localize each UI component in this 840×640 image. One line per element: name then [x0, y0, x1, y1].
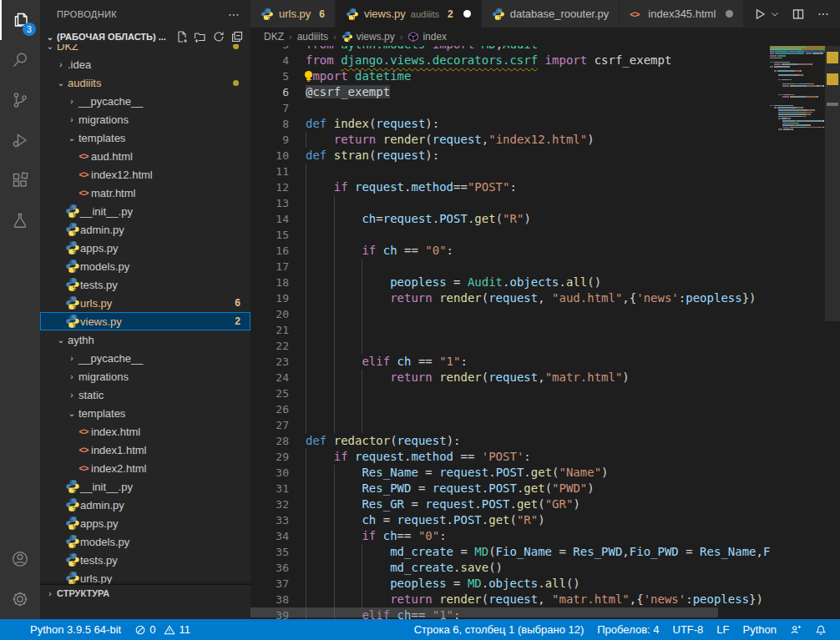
tree-item-admin-py[interactable]: admin.py — [40, 220, 250, 239]
status-cursor-position[interactable]: Строка 6, столбец 1 (выбрано 12) — [407, 619, 591, 640]
code-text: @csrf_exempt — [306, 84, 390, 100]
code-text: if ch == "0": — [306, 243, 453, 259]
status-feedback[interactable] — [783, 619, 808, 640]
tree-item-matr-html[interactable]: <>matr.html — [40, 184, 250, 202]
refresh-icon[interactable] — [212, 30, 225, 43]
tree-item-tests-py[interactable]: tests.py — [40, 551, 250, 569]
tree-item-index-html[interactable]: <>index.html — [40, 422, 250, 441]
status-notifications[interactable] — [808, 619, 833, 640]
outline-section-header[interactable]: › СТРУКТУРА — [40, 584, 250, 602]
code-line-6: 6@csrf_exempt — [250, 84, 770, 100]
tree-item-audiiits[interactable]: ⌄audiiits — [40, 73, 250, 92]
dirty-dot-icon[interactable] — [726, 10, 733, 18]
tree-item-templates[interactable]: ⌄templates — [40, 404, 250, 422]
code-text: peopless = Audit.objects.all() — [306, 275, 601, 290]
new-file-icon[interactable] — [175, 30, 189, 43]
tree-item-aud-html[interactable]: <>aud.html — [40, 147, 250, 165]
tree-item--pycache-[interactable]: ›__pycache__ — [40, 92, 250, 110]
tree-item-label: index.html — [91, 426, 140, 438]
line-number: 4 — [250, 53, 289, 68]
code-editor[interactable]: 3from aythh.models import MD,Audit4from … — [250, 46, 770, 619]
code-text: if request.method == 'POST': — [306, 449, 531, 465]
tab-bar: urls.py6views.pyaudiiits2database_rooute… — [250, 0, 840, 28]
status-problems[interactable]: 011 — [128, 619, 197, 640]
tree-item-aythh[interactable]: ⌄aythh — [40, 330, 250, 349]
line-number: 26 — [250, 401, 289, 417]
status-encoding[interactable]: UTF-8 — [666, 619, 711, 640]
tree-item-tests-py[interactable]: tests.py — [40, 275, 250, 294]
code-text: Res_Name = request.POST.get("Name") — [306, 465, 609, 481]
activity-extensions-button[interactable] — [0, 160, 40, 200]
run-python-file-button[interactable] — [753, 8, 767, 21]
line-number: 5 — [250, 68, 289, 84]
tab-index345-html[interactable]: <>index345.html — [620, 0, 744, 28]
sidebar-more-actions-icon[interactable]: ⋯ — [228, 8, 240, 21]
python-file-icon — [65, 552, 80, 567]
tree-item-dkz[interactable]: ⌄DKZ — [40, 44, 250, 55]
breadcrumb-item-dkz[interactable]: DKZ — [264, 31, 284, 43]
activity-scm-button[interactable] — [0, 80, 40, 120]
collapse-all-icon[interactable] — [230, 30, 244, 43]
chevron-right-icon: › — [65, 354, 78, 363]
new-folder-icon[interactable] — [194, 30, 207, 43]
overview-ruler[interactable] — [825, 28, 840, 619]
lightbulb-icon[interactable] — [303, 70, 314, 87]
minimap[interactable] — [770, 46, 825, 619]
tree-item-models-py[interactable]: models.py — [40, 257, 250, 275]
line-number: 9 — [250, 132, 289, 148]
activity-settings-button[interactable] — [0, 579, 40, 619]
status-indentation[interactable]: Пробелов: 4 — [590, 619, 665, 640]
line-number: 32 — [250, 496, 289, 512]
code-line-12: 12 if request.method=="POST": — [250, 179, 770, 195]
tab-urls-py[interactable]: urls.py6 — [250, 0, 336, 28]
tree-item-migrations[interactable]: ›migrations — [40, 110, 250, 129]
split-editor-button[interactable] — [792, 8, 805, 21]
tab-views-py[interactable]: views.pyaudiiits2 — [336, 0, 482, 28]
tree-item-index12-html[interactable]: <>index12.html — [40, 165, 250, 184]
breadcrumb-item-audiiits[interactable]: audiiits — [297, 31, 328, 43]
tree-item-templates[interactable]: ⌄templates — [40, 129, 250, 147]
activity-debug-button[interactable] — [0, 120, 40, 160]
python-file-icon — [65, 222, 80, 237]
indent-guide — [334, 195, 335, 211]
run-dropdown-button[interactable] — [770, 9, 780, 19]
status-language-mode[interactable]: Python — [736, 619, 783, 640]
python-file-icon — [261, 8, 274, 21]
tree-item--init-py[interactable]: __init__.py — [40, 477, 250, 496]
horizontal-scrollbar[interactable] — [250, 607, 770, 617]
activity-bar: 3 — [0, 0, 40, 619]
more-actions-button[interactable] — [817, 8, 830, 21]
testing-icon — [10, 210, 30, 230]
tree-item-label: templates — [78, 132, 125, 144]
ruler-mark — [827, 52, 838, 63]
breadcrumb-item-views-py[interactable]: views.py — [342, 31, 395, 43]
tree-item-index2-html[interactable]: <>index2.html — [40, 459, 250, 477]
activity-account-button[interactable] — [0, 539, 40, 579]
tree-item-urls-py[interactable]: urls.py6 — [40, 294, 250, 312]
line-number: 37 — [250, 576, 289, 592]
tree-item-apps-py[interactable]: apps.py — [40, 239, 250, 257]
tree-item--init-py[interactable]: __init__.py — [40, 202, 250, 220]
tree-item--pycache-[interactable]: ›__pycache__ — [40, 349, 250, 367]
tree-item-admin-py[interactable]: admin.py — [40, 496, 250, 514]
chevron-down-icon: ⌄ — [54, 78, 68, 88]
tree-item-models-py[interactable]: models.py — [40, 532, 250, 551]
activity-explorer-button[interactable]: 3 — [0, 0, 40, 40]
tree-item-label: admin.py — [80, 224, 124, 236]
tab-database-roouter-py[interactable]: database_roouter.py — [482, 0, 620, 28]
breadcrumb-item-index[interactable]: index — [407, 31, 447, 43]
tree-item-migrations[interactable]: ›migrations — [40, 367, 250, 386]
tree-item-static[interactable]: ›static — [40, 386, 250, 404]
status-eol[interactable]: LF — [710, 619, 736, 640]
workspace-section-header[interactable]: ⌄ (РАБОЧАЯ ОБЛАСТЬ) ... — [40, 28, 250, 46]
indent-guide — [306, 386, 306, 401]
tree-item--idea[interactable]: ›.idea — [40, 55, 250, 73]
dirty-dot-icon[interactable] — [463, 10, 471, 18]
tree-item-apps-py[interactable]: apps.py — [40, 514, 250, 532]
activity-search-button[interactable] — [0, 40, 40, 80]
status-python-interpreter[interactable]: Python 3.9.5 64-bit — [23, 619, 128, 640]
tree-item-views-py[interactable]: views.py2 — [40, 312, 250, 330]
minimap-line — [770, 129, 825, 131]
activity-testing-button[interactable] — [0, 200, 40, 240]
tree-item-index1-html[interactable]: <>index1.html — [40, 441, 250, 459]
